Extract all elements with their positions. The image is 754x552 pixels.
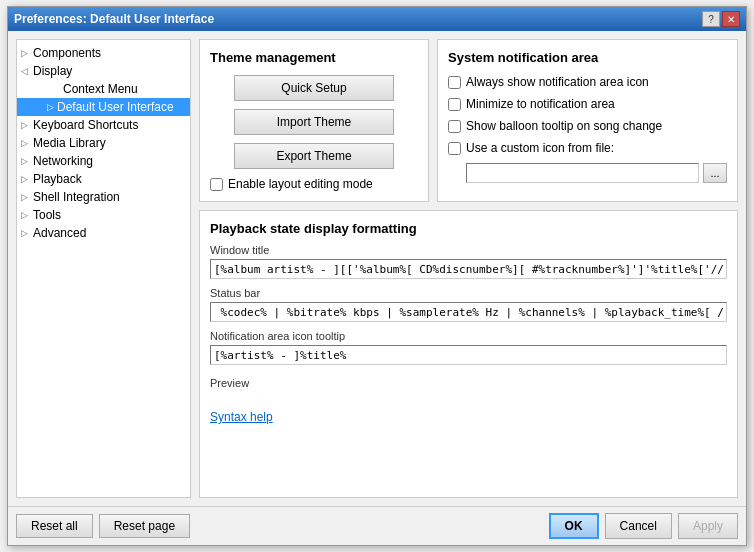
import-theme-button[interactable]: Import Theme (234, 109, 394, 135)
show-balloon-label: Show balloon tooltip on song change (466, 119, 662, 133)
use-custom-icon-row: Use a custom icon from file: (448, 141, 727, 155)
sidebar-item-label: Playback (33, 172, 82, 186)
window-title-group: Window title (210, 244, 727, 279)
minimize-label: Minimize to notification area (466, 97, 615, 111)
apply-button[interactable]: Apply (678, 513, 738, 539)
enable-layout-label: Enable layout editing mode (228, 177, 373, 191)
show-balloon-row: Show balloon tooltip on song change (448, 119, 727, 133)
arrow-icon: ▷ (21, 174, 31, 184)
window-title-input[interactable] (210, 259, 727, 279)
custom-icon-input[interactable] (466, 163, 699, 183)
sidebar-item-advanced[interactable]: ▷ Advanced (17, 224, 190, 242)
status-bar-input[interactable] (210, 302, 727, 322)
system-notification-title: System notification area (448, 50, 727, 65)
sidebar-item-networking[interactable]: ▷ Networking (17, 152, 190, 170)
use-custom-icon-checkbox[interactable] (448, 142, 461, 155)
preferences-window: Preferences: Default User Interface ? ✕ … (7, 6, 747, 546)
enable-layout-checkbox[interactable] (210, 178, 223, 191)
window-title-label: Window title (210, 244, 727, 256)
theme-management-title: Theme management (210, 50, 418, 65)
reset-page-button[interactable]: Reset page (99, 514, 190, 538)
playback-title: Playback state display formatting (210, 221, 727, 236)
sidebar: ▷ Components ◁ Display Context Menu ▷ De… (16, 39, 191, 498)
ok-button[interactable]: OK (549, 513, 599, 539)
help-button[interactable]: ? (702, 11, 720, 27)
sidebar-item-context-menu[interactable]: Context Menu (17, 80, 190, 98)
minimize-row: Minimize to notification area (448, 97, 727, 111)
top-panels: Theme management Quick Setup Import Them… (199, 39, 738, 202)
window-title: Preferences: Default User Interface (14, 12, 214, 26)
sidebar-item-label: Context Menu (63, 82, 138, 96)
sidebar-item-display[interactable]: ◁ Display (17, 62, 190, 80)
sidebar-item-keyboard-shortcuts[interactable]: ▷ Keyboard Shortcuts (17, 116, 190, 134)
syntax-help-link[interactable]: Syntax help (210, 410, 273, 424)
bottom-left-buttons: Reset all Reset page (16, 514, 190, 538)
quick-setup-button[interactable]: Quick Setup (234, 75, 394, 101)
arrow-icon: ▷ (21, 192, 31, 202)
sidebar-item-tools[interactable]: ▷ Tools (17, 206, 190, 224)
reset-all-button[interactable]: Reset all (16, 514, 93, 538)
sidebar-item-label: Default User Interface (57, 100, 174, 114)
notification-group: Notification area icon tooltip (210, 330, 727, 365)
status-bar-group: Status bar (210, 287, 727, 322)
export-theme-button[interactable]: Export Theme (234, 143, 394, 169)
always-show-label: Always show notification area icon (466, 75, 649, 89)
sidebar-item-default-ui[interactable]: ▷ Default User Interface (17, 98, 190, 116)
sidebar-item-label: Shell Integration (33, 190, 120, 204)
sidebar-item-label: Tools (33, 208, 61, 222)
arrow-icon: ▷ (21, 210, 31, 220)
sidebar-item-shell-integration[interactable]: ▷ Shell Integration (17, 188, 190, 206)
cancel-button[interactable]: Cancel (605, 513, 672, 539)
use-custom-icon-label: Use a custom icon from file: (466, 141, 614, 155)
sidebar-item-media-library[interactable]: ▷ Media Library (17, 134, 190, 152)
notification-input[interactable] (210, 345, 727, 365)
browse-button[interactable]: ... (703, 163, 727, 183)
arrow-icon: ▷ (21, 156, 31, 166)
arrow-icon: ▷ (21, 138, 31, 148)
arrow-icon: ▷ (21, 48, 31, 58)
always-show-row: Always show notification area icon (448, 75, 727, 89)
titlebar-controls: ? ✕ (702, 11, 740, 27)
sidebar-item-label: Keyboard Shortcuts (33, 118, 138, 132)
sidebar-item-label: Advanced (33, 226, 86, 240)
system-notification-panel: System notification area Always show not… (437, 39, 738, 202)
sidebar-item-label: Display (33, 64, 72, 78)
notification-label: Notification area icon tooltip (210, 330, 727, 342)
bottom-right-buttons: OK Cancel Apply (549, 513, 738, 539)
arrow-icon: ▷ (21, 120, 31, 130)
sidebar-item-label: Components (33, 46, 101, 60)
sidebar-item-label: Networking (33, 154, 93, 168)
enable-layout-row: Enable layout editing mode (210, 177, 418, 191)
arrow-icon: ◁ (21, 66, 31, 76)
sidebar-item-playback[interactable]: ▷ Playback (17, 170, 190, 188)
bottom-bar: Reset all Reset page OK Cancel Apply (8, 506, 746, 545)
sidebar-item-label: Media Library (33, 136, 106, 150)
preview-section: Preview Syntax help (210, 377, 727, 424)
preview-label: Preview (210, 377, 727, 389)
show-balloon-checkbox[interactable] (448, 120, 461, 133)
custom-icon-input-row: ... (466, 163, 727, 183)
playback-panel: Playback state display formatting Window… (199, 210, 738, 498)
status-bar-label: Status bar (210, 287, 727, 299)
main-panel: Theme management Quick Setup Import Them… (199, 39, 738, 498)
sidebar-item-components[interactable]: ▷ Components (17, 44, 190, 62)
titlebar: Preferences: Default User Interface ? ✕ (8, 7, 746, 31)
content-area: ▷ Components ◁ Display Context Menu ▷ De… (8, 31, 746, 506)
theme-management-panel: Theme management Quick Setup Import Them… (199, 39, 429, 202)
arrow-icon: ▷ (47, 102, 55, 112)
arrow-icon: ▷ (21, 228, 31, 238)
close-button[interactable]: ✕ (722, 11, 740, 27)
minimize-checkbox[interactable] (448, 98, 461, 111)
always-show-checkbox[interactable] (448, 76, 461, 89)
